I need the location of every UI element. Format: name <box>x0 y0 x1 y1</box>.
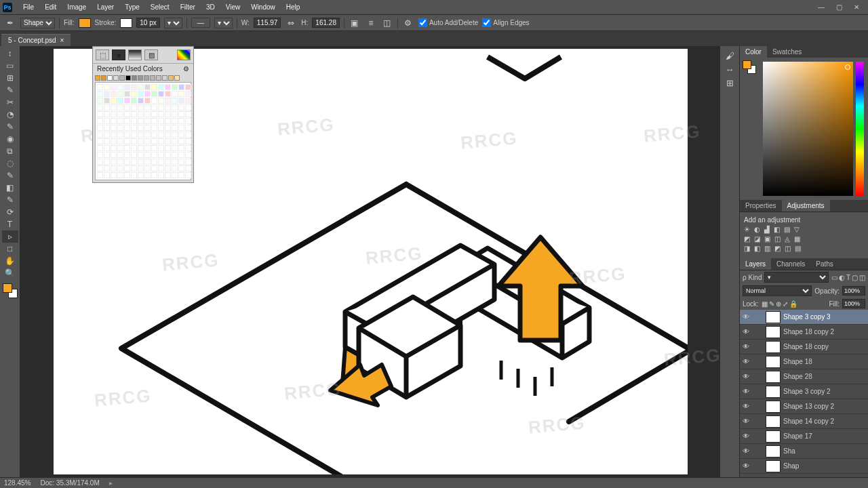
kind-filter[interactable]: ▾ <box>764 272 828 283</box>
swatch-cell[interactable] <box>97 84 103 90</box>
foreground-color-swatch[interactable] <box>3 283 12 293</box>
swatch-cell[interactable] <box>144 91 151 97</box>
swatch-cell[interactable] <box>124 131 130 138</box>
align-edges-checkbox[interactable]: Align Edges <box>482 18 529 27</box>
swatch-cell[interactable] <box>178 172 184 178</box>
swatch-cell[interactable] <box>138 84 144 90</box>
menu-help[interactable]: Help <box>281 2 306 12</box>
swatch-cell[interactable] <box>138 125 144 131</box>
swatch-cell[interactable] <box>185 91 191 97</box>
layer-row[interactable]: 👁Shape 17 <box>740 429 868 444</box>
lock-icon[interactable]: ⊕ <box>776 300 781 308</box>
swatch-cell[interactable] <box>131 91 137 97</box>
swatch-cell[interactable] <box>151 138 157 144</box>
swatch-cell[interactable] <box>172 152 178 158</box>
swatch-cell[interactable] <box>172 91 178 97</box>
layer-row[interactable]: 👁Shape 13 copy 2 <box>740 399 868 414</box>
layer-row[interactable]: 👁Shap <box>740 459 868 474</box>
tool-1[interactable]: ▭ <box>2 60 18 72</box>
swatch-cell[interactable] <box>97 159 103 165</box>
swatch-cell[interactable] <box>117 104 123 110</box>
swatch-cell[interactable] <box>158 111 164 117</box>
swatch-cell[interactable] <box>131 172 137 178</box>
swatch-grid[interactable] <box>95 82 191 180</box>
swatch-cell[interactable] <box>131 118 137 124</box>
swatch-cell[interactable] <box>165 98 171 104</box>
swatch-cell[interactable] <box>178 159 184 165</box>
swatch-cell[interactable] <box>178 84 184 90</box>
swatch-cell[interactable] <box>178 91 184 97</box>
recent-swatch[interactable] <box>156 75 161 81</box>
adjustment-icon[interactable]: ◩ <box>744 235 750 243</box>
layer-row[interactable]: 👁Shape 18 copy <box>740 340 868 354</box>
swatch-cell[interactable] <box>158 84 164 90</box>
swatch-cell[interactable] <box>158 172 164 178</box>
menu-filter[interactable]: Filter <box>175 2 201 12</box>
adjustment-icon[interactable]: ▽ <box>794 226 800 233</box>
swatch-cell[interactable] <box>185 172 191 178</box>
tool-2[interactable]: ⊞ <box>2 72 18 84</box>
fill-solid-button[interactable]: ■ <box>112 49 125 60</box>
swatch-cell[interactable] <box>131 125 137 131</box>
swatch-cell[interactable] <box>144 111 151 117</box>
popup-gear-icon[interactable]: ⚙ <box>183 65 189 73</box>
menu-file[interactable]: File <box>18 2 39 12</box>
swatch-cell[interactable] <box>151 131 157 138</box>
swatch-cell[interactable] <box>104 104 110 110</box>
layer-row[interactable]: 👁Shape 3 copy 3 <box>740 310 868 325</box>
canvas-area[interactable]: RRCGRRCGRRCGRRCGRRCGRRCGRRCGRRCGRRCGRRCG… <box>20 46 720 477</box>
swatch-cell[interactable] <box>172 159 178 165</box>
swatch-cell[interactable] <box>111 111 117 117</box>
swatch-cell[interactable] <box>151 98 157 104</box>
swatch-cell[interactable] <box>158 125 164 131</box>
swatch-cell[interactable] <box>158 118 164 124</box>
visibility-icon[interactable]: 👁 <box>741 432 751 440</box>
swatch-cell[interactable] <box>185 104 191 110</box>
swatch-cell[interactable] <box>124 145 130 151</box>
swatch-cell[interactable] <box>144 118 151 124</box>
recent-swatch[interactable] <box>95 75 100 81</box>
tool-0[interactable]: ↕ <box>2 47 18 60</box>
paths-tab[interactable]: Paths <box>810 258 839 270</box>
swatch-cell[interactable] <box>165 84 171 90</box>
swatch-cell[interactable] <box>131 104 137 110</box>
swatch-cell[interactable] <box>104 125 110 131</box>
swatch-cell[interactable] <box>151 145 157 151</box>
tool-10[interactable]: ✎ <box>2 169 18 182</box>
swatch-cell[interactable] <box>144 152 151 158</box>
swatch-cell[interactable] <box>104 111 110 117</box>
menu-3d[interactable]: 3D <box>201 2 220 12</box>
swatch-cell[interactable] <box>151 104 157 110</box>
swatch-cell[interactable] <box>124 159 130 165</box>
stroke-width-menu[interactable]: ▾ <box>164 18 182 28</box>
swatch-cell[interactable] <box>178 145 184 151</box>
swatch-cell[interactable] <box>138 152 144 158</box>
swatch-cell[interactable] <box>104 145 110 151</box>
recent-swatch[interactable] <box>144 75 149 81</box>
swatch-cell[interactable] <box>172 104 178 110</box>
layer-row[interactable]: 👁Shape 3 copy 2 <box>740 384 868 399</box>
swatch-cell[interactable] <box>138 145 144 151</box>
swatch-cell[interactable] <box>124 118 130 124</box>
tool-5[interactable]: ◔ <box>2 108 18 121</box>
swatch-cell[interactable] <box>178 125 184 131</box>
recent-swatch[interactable] <box>168 75 174 81</box>
adjustment-icon[interactable]: ◧ <box>774 226 780 233</box>
swatch-cell[interactable] <box>138 159 144 165</box>
recent-swatch[interactable] <box>132 75 137 81</box>
swatch-cell[interactable] <box>185 111 191 117</box>
color-tab[interactable]: Color <box>740 46 767 58</box>
swatch-cell[interactable] <box>124 91 130 97</box>
swatch-cell[interactable] <box>124 125 130 131</box>
layer-row[interactable]: 👁Shape 14 copy 2 <box>740 414 868 429</box>
swatch-cell[interactable] <box>97 152 103 158</box>
fill-gradient-button[interactable] <box>128 49 142 60</box>
swatch-cell[interactable] <box>104 98 110 104</box>
menu-window[interactable]: Window <box>245 2 281 12</box>
swatch-cell[interactable] <box>158 131 164 138</box>
adjustment-icon[interactable]: ◬ <box>785 235 790 243</box>
swatch-cell[interactable] <box>104 152 110 158</box>
visibility-icon[interactable]: 👁 <box>741 373 751 380</box>
tool-11[interactable]: ◧ <box>2 182 18 194</box>
swatch-cell[interactable] <box>151 125 157 131</box>
